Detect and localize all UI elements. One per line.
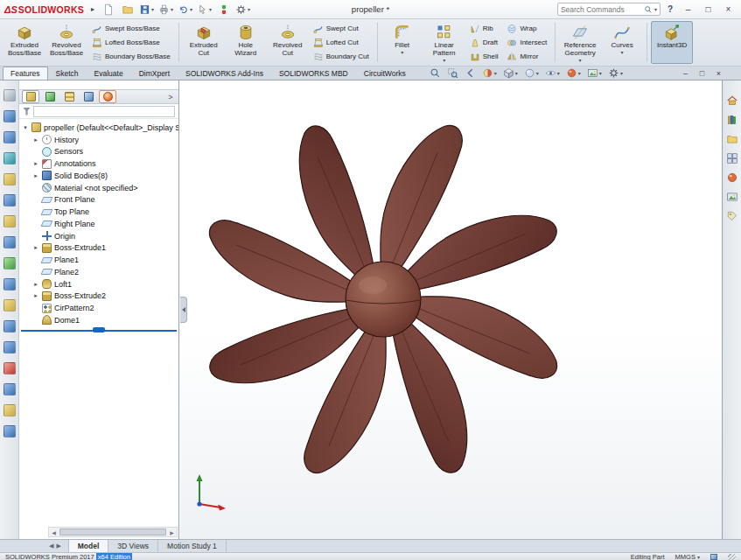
mirror-button[interactable]: Mirror <box>504 50 549 63</box>
dropdown-icon[interactable]: ▾ <box>578 71 581 76</box>
tree-item[interactable]: ▸ Solid Bodies(8) <box>19 170 178 182</box>
expand-arrow-icon[interactable]: ▸ <box>32 281 39 288</box>
zoom-to-fit-button[interactable] <box>428 67 443 80</box>
command-tab[interactable]: SOLIDWORKS MBD <box>271 66 356 80</box>
resize-grip[interactable] <box>728 554 736 560</box>
dropdown-icon[interactable]: ▾ <box>697 555 700 560</box>
dropdown-icon[interactable]: ▾ <box>536 71 539 76</box>
hole-wizard-button[interactable]: Hole Wizard <box>225 21 267 64</box>
previous-view-button[interactable] <box>463 67 478 80</box>
expand-arrow-icon[interactable]: ▸ <box>32 172 39 179</box>
left-toolbar-icon[interactable] <box>3 299 16 312</box>
dropdown-icon[interactable]: ▾ <box>620 71 623 76</box>
tree-item[interactable]: Plane1 <box>19 254 178 266</box>
graphics-viewport[interactable] <box>180 80 722 539</box>
expand-arrow-icon[interactable]: ▸ <box>32 292 39 299</box>
expand-arrow-icon[interactable]: ▸ <box>32 136 39 144</box>
view-settings-button[interactable]: ▾ <box>606 67 625 80</box>
rebuild-button[interactable] <box>215 2 232 18</box>
scroll-left-icon[interactable]: ◀ <box>49 529 59 536</box>
view-palette-button[interactable] <box>724 150 740 166</box>
tree-item[interactable]: Origin <box>19 230 178 242</box>
search-scope-dropdown-icon[interactable]: ▾ <box>654 7 657 12</box>
command-tab[interactable]: Sketch <box>48 66 87 80</box>
tree-item[interactable]: Plane2 <box>19 266 178 278</box>
app-minimize-button[interactable]: – <box>680 3 696 17</box>
left-toolbar-icon[interactable] <box>3 110 16 122</box>
tree-item[interactable]: Sensors <box>19 146 178 158</box>
model-tab[interactable]: Motion Study 1 <box>158 540 227 552</box>
doc-close-button[interactable]: × <box>710 67 727 80</box>
dropdown-icon[interactable]: ▾ <box>599 71 602 76</box>
command-tab[interactable]: Features <box>3 66 48 80</box>
left-toolbar-icon[interactable] <box>3 89 16 102</box>
intersect-button[interactable]: Intersect <box>504 36 549 49</box>
tree-item[interactable]: ▸ Annotations <box>19 158 178 170</box>
left-toolbar-icon[interactable] <box>3 404 16 416</box>
dropdown-icon[interactable]: ▾ <box>515 71 518 76</box>
tree-item[interactable]: Material <not specified> <box>19 182 178 194</box>
revolved-boss-base-button[interactable]: Revolved Boss/Base <box>45 21 87 64</box>
expand-arrow-icon[interactable]: ▸ <box>32 244 39 251</box>
open-document-button[interactable] <box>119 2 136 18</box>
new-document-button[interactable] <box>100 2 116 18</box>
display-manager-tab[interactable] <box>99 90 116 103</box>
linear-pattern-button[interactable]: Linear Pattern▾ <box>423 21 465 64</box>
left-toolbar-icon[interactable] <box>3 215 16 228</box>
swept-cut-button[interactable]: Swept Cut <box>311 22 372 35</box>
left-toolbar-icon[interactable] <box>3 383 16 396</box>
reference-geometry-button[interactable]: Reference Geometry▾ <box>559 21 601 64</box>
feature-manager-tab[interactable] <box>22 90 39 103</box>
menu-expand-arrow[interactable]: ▸ <box>88 5 97 13</box>
search-commands-box[interactable]: ▾ <box>557 3 661 16</box>
app-maximize-button[interactable]: □ <box>700 3 717 17</box>
tree-item[interactable]: CirPattern2 <box>19 302 178 314</box>
dropdown-icon[interactable]: ▾ <box>401 50 403 55</box>
tree-item[interactable]: Front Plane <box>19 194 178 206</box>
print-button[interactable]: ▾ <box>157 2 174 18</box>
section-view-button[interactable]: ▾ <box>480 67 499 80</box>
zoom-to-area-button[interactable] <box>445 67 460 80</box>
apply-scene-button[interactable]: ▾ <box>585 67 604 80</box>
configuration-manager-tab[interactable] <box>60 90 78 103</box>
tree-item[interactable]: ▸ Boss-Extrude2 <box>19 290 178 303</box>
options-button[interactable]: ▾ <box>234 2 251 18</box>
tag-status-icon[interactable] <box>710 554 717 560</box>
shell-button[interactable]: Shell <box>467 50 501 63</box>
model-tab[interactable]: 3D Views <box>108 540 158 552</box>
draft-button[interactable]: Draft <box>467 36 501 49</box>
command-tab[interactable]: DimXpert <box>131 66 178 80</box>
hide-show-items-button[interactable]: ▾ <box>543 67 562 80</box>
command-tab[interactable]: CircuitWorks <box>356 66 414 80</box>
rollback-bar[interactable] <box>21 330 177 332</box>
dropdown-icon[interactable]: ▾ <box>621 50 624 55</box>
dimxpert-manager-tab[interactable] <box>80 90 97 103</box>
tree-item[interactable]: ▸ History <box>19 134 178 146</box>
scrollbar-thumb[interactable] <box>59 528 166 536</box>
revolved-cut-button[interactable]: Revolved Cut <box>267 21 309 64</box>
command-tab[interactable]: Evaluate <box>87 66 131 80</box>
solidworks-resources-button[interactable] <box>724 93 740 108</box>
instant3d-button[interactable]: Instant3D <box>651 21 693 64</box>
panel-overflow-chevron[interactable]: > <box>165 93 176 102</box>
tree-horizontal-scrollbar[interactable]: ◀ ▶ <box>48 527 178 537</box>
tree-item[interactable]: Right Plane <box>19 218 178 230</box>
left-toolbar-icon[interactable] <box>3 131 16 144</box>
dropdown-icon[interactable]: ▾ <box>494 71 497 76</box>
expand-arrow-icon[interactable]: ▸ <box>32 160 39 167</box>
scroll-right-icon[interactable]: ▶ <box>167 529 177 536</box>
tree-item[interactable]: Dome1 <box>19 314 178 326</box>
fillet-button[interactable]: Fillet▾ <box>381 21 423 64</box>
left-toolbar-icon[interactable] <box>3 194 16 206</box>
expand-arrow-icon[interactable]: ▾ <box>22 124 29 131</box>
units-selector[interactable]: MMGS ▾ <box>675 553 700 560</box>
tree-root-item[interactable]: ▾ propeller (Default<<Default>_Display S… <box>19 122 178 134</box>
tree-item[interactable]: ▸ Boss-Extrude1 <box>19 242 178 255</box>
command-tab[interactable]: SOLIDWORKS Add-Ins <box>178 66 271 80</box>
scenes-button[interactable] <box>724 189 740 205</box>
save-button[interactable]: ▾ <box>138 2 155 18</box>
dropdown-icon[interactable]: ▾ <box>557 71 560 76</box>
swept-boss-base-button[interactable]: Swept Boss/Base <box>89 22 173 35</box>
property-manager-tab[interactable] <box>41 90 59 103</box>
app-close-button[interactable]: × <box>720 3 737 17</box>
